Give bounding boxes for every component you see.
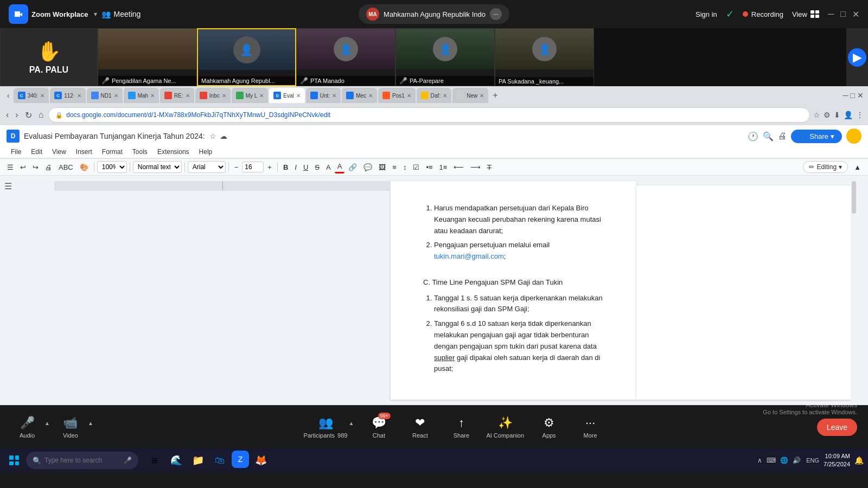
profile-icon[interactable]: 👤	[844, 111, 853, 119]
sign-in-button[interactable]: Sign in	[695, 10, 717, 18]
close-button[interactable]: ✕	[852, 9, 859, 20]
star-icon[interactable]: ☆	[209, 132, 216, 140]
tab-close-nd1[interactable]: ✕	[114, 93, 118, 99]
toolbar-paint-format-btn[interactable]: 🎨	[77, 162, 91, 173]
tray-chevron-icon[interactable]: ∧	[756, 455, 763, 465]
browser-tab-eval[interactable]: D Eval ✕	[269, 88, 304, 103]
browser-tab-re[interactable]: RE: ✕	[160, 88, 194, 103]
browser-home-btn[interactable]: ⌂	[37, 110, 46, 120]
task-icon-firefox[interactable]: 🦊	[251, 451, 271, 470]
tab-close-mah[interactable]: ✕	[150, 93, 155, 99]
toolbar-align-btn[interactable]: ≡	[390, 162, 399, 173]
toolbar-bold-btn[interactable]: B	[280, 162, 291, 173]
taskbar-search-bar[interactable]: 🔍 🎤	[26, 452, 138, 469]
toolbar-font-size-decrease[interactable]: −	[232, 162, 241, 173]
browser-tab-daf[interactable]: Daf: ✕	[417, 88, 451, 103]
toolbar-comment-btn[interactable]: 💬	[361, 162, 375, 173]
tray-network-icon[interactable]: 🌐	[779, 455, 789, 465]
email-link[interactable]: tukin.mari@gmail.com	[434, 252, 504, 260]
toolbar-checklist-btn[interactable]: ☑	[410, 162, 422, 173]
tab-close-unt[interactable]: ✕	[332, 93, 336, 99]
toolbar-spellcheck-btn[interactable]: ABC	[56, 162, 76, 173]
browser-tab-340[interactable]: C 340: ✕	[14, 88, 49, 103]
toolbar-menus-btn[interactable]: ☰	[4, 162, 16, 173]
tab-close-re[interactable]: ✕	[186, 93, 190, 99]
tab-close-inbc[interactable]: ✕	[222, 93, 226, 99]
toolbar-line-spacing-btn[interactable]: ↕	[400, 162, 410, 173]
menu-insert[interactable]: Insert	[72, 146, 97, 158]
tray-keyboard-icon[interactable]: ⌨	[765, 455, 777, 465]
language-indicator[interactable]: ENG	[806, 457, 819, 464]
browser-tab-mah[interactable]: Mah ✕	[124, 88, 159, 103]
taskbar-search-input[interactable]	[44, 457, 120, 464]
scrollbar-track[interactable]	[851, 176, 857, 405]
task-icon-store[interactable]: 🛍	[210, 451, 229, 470]
audio-chevron-icon[interactable]: ▲	[44, 420, 50, 426]
tab-close-new[interactable]: ✕	[480, 93, 484, 99]
gdocs-page-area[interactable]: Harus mendapatkan persetujuan dari Kepal…	[54, 176, 851, 405]
browser-tab-new[interactable]: New ✕	[452, 88, 488, 103]
maximize-button[interactable]: □	[840, 9, 846, 20]
search-doc-icon[interactable]: 🔍	[763, 131, 774, 142]
toolbar-indent-increase-btn[interactable]: ⟶	[468, 162, 483, 173]
download-icon[interactable]: ⬇	[834, 111, 840, 119]
notification-icon[interactable]: 🔔	[854, 456, 864, 465]
task-icon-explorer[interactable]: 📁	[188, 451, 208, 470]
menu-format[interactable]: Format	[98, 146, 127, 158]
view-button[interactable]: View	[792, 10, 819, 18]
toolbar-underline-btn[interactable]: U	[301, 162, 311, 173]
meeting-button[interactable]: 👥 Meeting	[101, 10, 141, 18]
tab-close-daf[interactable]: ✕	[443, 93, 447, 99]
toolbar-style-select[interactable]: Normal text	[133, 161, 182, 173]
toolbar-indent-decrease-btn[interactable]: ⟵	[451, 162, 467, 173]
toolbar-text-color-btn[interactable]: A	[335, 160, 345, 174]
participants-chevron-icon[interactable]: ▲	[348, 420, 354, 426]
video-thumb-pengadilan[interactable]: 🎤 Pengadilan Agama Ne...	[98, 28, 197, 86]
browser-tab-mec[interactable]: Mec ✕	[342, 88, 377, 103]
video-button[interactable]: 📹 Video	[54, 416, 87, 439]
apps-button[interactable]: ⚙ Apps	[533, 416, 565, 439]
zoom-logo[interactable]: Zoom Workplace ▾	[9, 4, 97, 24]
minimize-button[interactable]: ─	[828, 9, 834, 20]
task-icon-zoom[interactable]: Z	[232, 451, 249, 468]
menu-edit[interactable]: Edit	[27, 146, 47, 158]
video-chevron-icon[interactable]: ▲	[88, 420, 93, 426]
toolbar-collapse-btn[interactable]: ▲	[851, 162, 864, 173]
browser-tab-my[interactable]: My L ✕	[232, 88, 269, 103]
video-nav-right-button[interactable]: ▶	[846, 28, 868, 86]
toolbar-clear-format-btn[interactable]: T̶	[484, 162, 494, 173]
browser-back-tabs-btn[interactable]: ‹	[4, 89, 12, 101]
browser-close-btn[interactable]: ✕	[857, 91, 864, 100]
task-icon-edge[interactable]: 🌊	[167, 451, 186, 470]
taskbar-mic-icon[interactable]: 🎤	[124, 457, 132, 464]
browser-tab-inbc[interactable]: Inbc ✕	[195, 88, 231, 103]
menu-file[interactable]: File	[7, 146, 25, 158]
editing-badge[interactable]: ✏ Editing ▾	[803, 161, 848, 173]
toolbar-font-select[interactable]: Arial	[188, 161, 226, 173]
task-icon-task-view[interactable]: ⊞	[145, 451, 164, 470]
chat-button[interactable]: 💬 99+ Chat	[362, 416, 395, 439]
video-thumb-pta-manado[interactable]: 👤 🎤 PTA Manado	[296, 28, 395, 86]
toolbar-font-size-input[interactable]	[242, 162, 264, 172]
tab-close-pos1[interactable]: ✕	[407, 93, 411, 99]
browser-tab-unt[interactable]: Unt: ✕	[306, 88, 341, 103]
toolbar-print-btn[interactable]: 🖨	[42, 162, 55, 173]
menu-extensions[interactable]: Extensions	[153, 146, 194, 158]
participants-button[interactable]: 👥 Participants 989	[304, 416, 348, 439]
toolbar-undo-btn[interactable]: ↩	[17, 162, 29, 173]
meeting-more-button[interactable]: ···	[490, 8, 502, 20]
leave-button[interactable]: Leave	[817, 419, 857, 436]
toolbar-strikethrough-btn[interactable]: S	[312, 162, 322, 173]
browser-back-btn[interactable]: ‹	[4, 110, 10, 120]
tab-close-my[interactable]: ✕	[259, 93, 264, 99]
share-button-bottom[interactable]: ↑ Share	[445, 416, 477, 439]
gdocs-document-title[interactable]: Evaluasi Pembayaran Tunjangan Kinerja Ta…	[24, 132, 205, 140]
browser-minimize-btn[interactable]: ─	[843, 91, 848, 100]
browser-restore-btn[interactable]: □	[851, 91, 855, 100]
system-clock[interactable]: 10:09 AM 7/25/2024	[824, 452, 850, 469]
react-button[interactable]: ❤ React	[404, 416, 436, 439]
toolbar-zoom-select[interactable]: 100%	[97, 161, 127, 173]
more-button[interactable]: ··· More	[574, 416, 607, 439]
settings-icon[interactable]: ⋮	[856, 111, 864, 119]
toolbar-highlight-btn[interactable]: A	[323, 162, 334, 173]
